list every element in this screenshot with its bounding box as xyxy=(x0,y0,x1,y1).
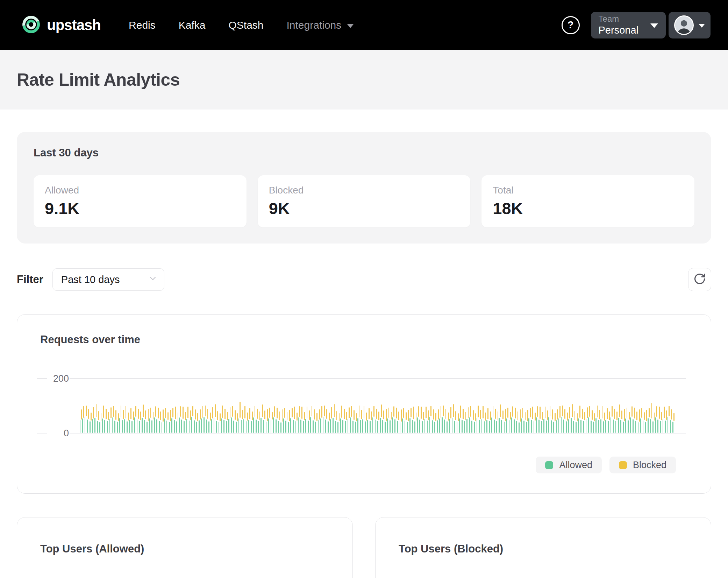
bar-pair xyxy=(310,378,313,433)
allowed-bar xyxy=(464,421,465,433)
bar-pair xyxy=(531,378,533,433)
date-range-select[interactable]: Past 10 days xyxy=(52,268,164,291)
allowed-bar xyxy=(176,421,177,433)
bar-pair xyxy=(541,378,543,433)
allowed-bar xyxy=(362,419,363,433)
allowed-bar xyxy=(526,422,527,433)
bar-pair xyxy=(412,378,414,433)
bar-pair xyxy=(645,378,647,433)
allowed-bar xyxy=(593,422,594,433)
bar-pair xyxy=(447,378,449,433)
allowed-bar xyxy=(650,419,651,433)
allowed-bar xyxy=(496,421,497,433)
allowed-bar xyxy=(318,420,319,433)
bar-pair xyxy=(305,378,308,433)
bar-pair xyxy=(466,378,469,433)
bar-pair xyxy=(600,378,603,433)
bar-pair xyxy=(206,378,208,433)
bar-pair xyxy=(159,378,161,433)
allowed-bar xyxy=(335,421,336,433)
bar-pair xyxy=(585,378,588,433)
summary-panel: Last 30 days Allowed 9.1K Blocked 9K Tot… xyxy=(17,132,711,244)
bar-pair xyxy=(236,378,238,433)
allowed-bar xyxy=(186,419,187,433)
allowed-bar xyxy=(546,421,547,433)
bar-pair xyxy=(610,378,613,433)
bar-pair xyxy=(352,378,355,433)
nav-item-qstash[interactable]: QStash xyxy=(228,19,263,31)
bar-pair xyxy=(362,378,365,433)
allowed-bar xyxy=(385,422,386,433)
bar-pair xyxy=(270,378,273,433)
allowed-bar xyxy=(615,421,616,433)
bar-pair xyxy=(166,378,169,433)
allowed-bar xyxy=(489,421,490,433)
allowed-bar xyxy=(290,418,291,433)
stat-value: 9K xyxy=(269,199,459,218)
legend-label: Blocked xyxy=(633,460,666,471)
allowed-bar xyxy=(459,418,460,433)
user-menu-button[interactable] xyxy=(669,12,711,38)
nav-item-integrations[interactable]: Integrations xyxy=(287,19,354,31)
top-users-blocked-card: Top Users (Blocked) xyxy=(375,517,711,578)
team-switcher-button[interactable]: Team Personal xyxy=(591,12,666,38)
allowed-bar xyxy=(429,417,430,433)
bar-pair xyxy=(112,378,114,433)
allowed-bar xyxy=(162,422,163,433)
allowed-bar xyxy=(298,417,299,433)
allowed-bar xyxy=(243,419,244,433)
allowed-bar xyxy=(521,418,522,433)
legend-label: Allowed xyxy=(559,460,592,471)
upstash-logo[interactable]: upstash xyxy=(21,14,101,36)
allowed-bar xyxy=(466,419,468,433)
bar-pair xyxy=(268,378,270,433)
date-range-value: Past 10 days xyxy=(61,274,120,286)
help-icon[interactable]: ? xyxy=(562,16,580,34)
bar-pair xyxy=(561,378,563,433)
bar-pair xyxy=(590,378,593,433)
bar-pair xyxy=(417,378,419,433)
bar-pair xyxy=(615,378,618,433)
nav-item-kafka[interactable]: Kafka xyxy=(179,19,206,31)
chart-legend: Allowed Blocked xyxy=(536,457,676,473)
bar-pair xyxy=(169,378,171,433)
bar-pair xyxy=(382,378,384,433)
bar-pair xyxy=(558,378,561,433)
bar-pair xyxy=(392,378,394,433)
legend-item-allowed[interactable]: Allowed xyxy=(536,457,602,473)
refresh-button[interactable] xyxy=(688,268,711,291)
allowed-bar xyxy=(432,420,433,433)
bar-pair xyxy=(320,378,322,433)
allowed-bar xyxy=(211,419,212,433)
allowed-bar xyxy=(154,417,155,433)
bar-pair xyxy=(647,378,650,433)
allowed-bar xyxy=(303,421,304,433)
stat-label: Blocked xyxy=(269,185,459,196)
allowed-bar xyxy=(104,420,105,433)
allowed-bar xyxy=(328,421,329,433)
bar-pair xyxy=(174,378,176,433)
bar-pair xyxy=(407,378,409,433)
legend-item-blocked[interactable]: Blocked xyxy=(609,457,676,473)
allowed-bar xyxy=(377,421,378,433)
bar-pair xyxy=(628,378,630,433)
bar-pair xyxy=(355,378,357,433)
allowed-bar xyxy=(117,422,118,433)
top-users-allowed-card: Top Users (Allowed) xyxy=(17,517,353,578)
bar-pair xyxy=(260,378,263,433)
bar-pair xyxy=(102,378,104,433)
allowed-bar xyxy=(226,421,227,433)
bar-pair xyxy=(151,378,154,433)
bar-pair xyxy=(523,378,526,433)
bar-pair xyxy=(241,378,243,433)
bar-pair xyxy=(464,378,466,433)
y-axis-tick-200: 200 xyxy=(47,372,70,385)
allowed-bar xyxy=(179,417,180,433)
nav-item-redis[interactable]: Redis xyxy=(129,19,156,31)
stat-value: 9.1K xyxy=(45,199,235,218)
allowed-bar xyxy=(300,420,301,433)
bar-pair xyxy=(181,378,184,433)
allowed-bar xyxy=(131,421,133,433)
bar-pair xyxy=(370,378,372,433)
allowed-bar xyxy=(124,419,125,433)
